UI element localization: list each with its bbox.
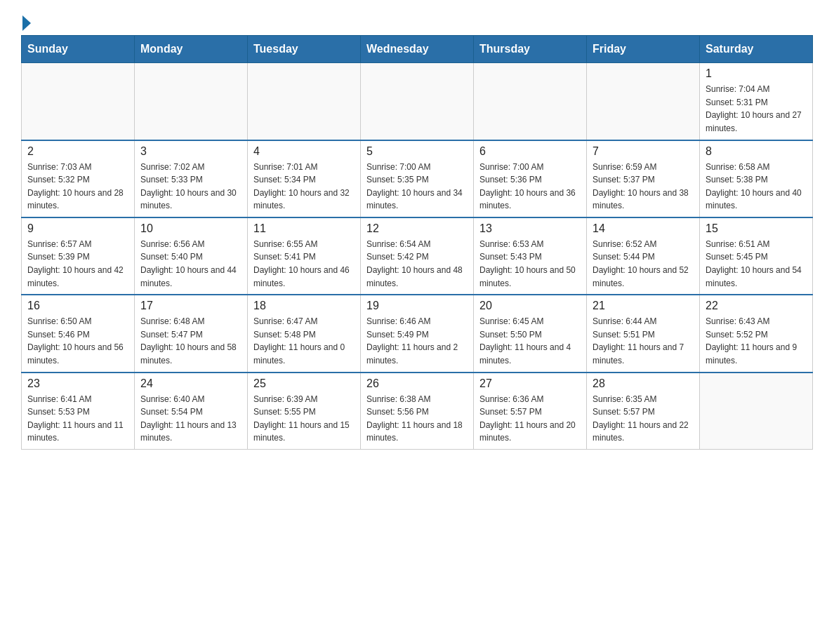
calendar-cell: 5Sunrise: 7:00 AMSunset: 5:35 PMDaylight… bbox=[361, 140, 474, 217]
day-info: Sunrise: 6:35 AMSunset: 5:57 PMDaylight:… bbox=[593, 393, 694, 445]
calendar-cell bbox=[361, 63, 474, 140]
page-header bbox=[21, 14, 813, 28]
day-info: Sunrise: 6:54 AMSunset: 5:42 PMDaylight:… bbox=[366, 238, 468, 290]
weekday-header-thursday: Thursday bbox=[474, 36, 587, 63]
day-number: 16 bbox=[27, 300, 128, 312]
day-number: 18 bbox=[253, 300, 355, 312]
calendar-cell: 19Sunrise: 6:46 AMSunset: 5:49 PMDayligh… bbox=[361, 295, 474, 372]
day-number: 6 bbox=[479, 145, 581, 158]
day-number: 7 bbox=[593, 145, 694, 158]
calendar-cell bbox=[587, 63, 700, 140]
calendar-cell: 7Sunrise: 6:59 AMSunset: 5:37 PMDaylight… bbox=[587, 140, 700, 217]
day-info: Sunrise: 7:01 AMSunset: 5:34 PMDaylight:… bbox=[253, 161, 355, 213]
day-number: 22 bbox=[706, 300, 807, 312]
weekday-header-wednesday: Wednesday bbox=[361, 36, 474, 63]
day-info: Sunrise: 6:48 AMSunset: 5:47 PMDaylight:… bbox=[140, 315, 241, 367]
logo-arrow-icon bbox=[22, 15, 31, 31]
calendar-cell: 28Sunrise: 6:35 AMSunset: 5:57 PMDayligh… bbox=[587, 373, 700, 450]
calendar-table: SundayMondayTuesdayWednesdayThursdayFrid… bbox=[21, 35, 813, 450]
calendar-cell: 3Sunrise: 7:02 AMSunset: 5:33 PMDaylight… bbox=[135, 140, 248, 217]
calendar-header-row: SundayMondayTuesdayWednesdayThursdayFrid… bbox=[22, 36, 813, 63]
calendar-cell: 20Sunrise: 6:45 AMSunset: 5:50 PMDayligh… bbox=[474, 295, 587, 372]
day-number: 20 bbox=[479, 300, 581, 312]
day-info: Sunrise: 6:57 AMSunset: 5:39 PMDaylight:… bbox=[27, 238, 128, 290]
calendar-cell: 9Sunrise: 6:57 AMSunset: 5:39 PMDaylight… bbox=[22, 217, 135, 295]
calendar-cell: 15Sunrise: 6:51 AMSunset: 5:45 PMDayligh… bbox=[700, 217, 813, 295]
day-number: 12 bbox=[366, 222, 468, 235]
calendar-week-row: 16Sunrise: 6:50 AMSunset: 5:46 PMDayligh… bbox=[22, 295, 813, 372]
weekday-header-sunday: Sunday bbox=[22, 36, 135, 63]
calendar-cell: 26Sunrise: 6:38 AMSunset: 5:56 PMDayligh… bbox=[361, 373, 474, 450]
day-number: 21 bbox=[593, 300, 694, 312]
calendar-cell bbox=[700, 373, 813, 450]
calendar-week-row: 1Sunrise: 7:04 AMSunset: 5:31 PMDaylight… bbox=[22, 63, 813, 140]
calendar-cell: 18Sunrise: 6:47 AMSunset: 5:48 PMDayligh… bbox=[248, 295, 361, 372]
calendar-week-row: 9Sunrise: 6:57 AMSunset: 5:39 PMDaylight… bbox=[22, 217, 813, 295]
day-info: Sunrise: 6:53 AMSunset: 5:43 PMDaylight:… bbox=[479, 238, 581, 290]
day-number: 28 bbox=[593, 377, 694, 390]
day-info: Sunrise: 6:45 AMSunset: 5:50 PMDaylight:… bbox=[479, 315, 581, 367]
day-info: Sunrise: 6:41 AMSunset: 5:53 PMDaylight:… bbox=[27, 393, 128, 445]
day-info: Sunrise: 6:40 AMSunset: 5:54 PMDaylight:… bbox=[140, 393, 241, 445]
day-number: 13 bbox=[479, 222, 581, 235]
day-number: 9 bbox=[27, 222, 128, 235]
day-number: 2 bbox=[27, 145, 128, 158]
day-number: 4 bbox=[253, 145, 355, 158]
calendar-cell: 25Sunrise: 6:39 AMSunset: 5:55 PMDayligh… bbox=[248, 373, 361, 450]
day-number: 24 bbox=[140, 377, 241, 390]
calendar-cell: 1Sunrise: 7:04 AMSunset: 5:31 PMDaylight… bbox=[700, 63, 813, 140]
calendar-cell: 12Sunrise: 6:54 AMSunset: 5:42 PMDayligh… bbox=[361, 217, 474, 295]
calendar-cell: 2Sunrise: 7:03 AMSunset: 5:32 PMDaylight… bbox=[22, 140, 135, 217]
day-info: Sunrise: 6:43 AMSunset: 5:52 PMDaylight:… bbox=[706, 315, 807, 367]
calendar-cell: 11Sunrise: 6:55 AMSunset: 5:41 PMDayligh… bbox=[248, 217, 361, 295]
day-number: 27 bbox=[479, 377, 581, 390]
day-info: Sunrise: 6:59 AMSunset: 5:37 PMDaylight:… bbox=[593, 161, 694, 213]
day-number: 25 bbox=[253, 377, 355, 390]
day-info: Sunrise: 6:36 AMSunset: 5:57 PMDaylight:… bbox=[479, 393, 581, 445]
calendar-cell: 10Sunrise: 6:56 AMSunset: 5:40 PMDayligh… bbox=[135, 217, 248, 295]
calendar-cell: 8Sunrise: 6:58 AMSunset: 5:38 PMDaylight… bbox=[700, 140, 813, 217]
day-info: Sunrise: 7:04 AMSunset: 5:31 PMDaylight:… bbox=[706, 83, 807, 135]
weekday-header-monday: Monday bbox=[135, 36, 248, 63]
day-number: 26 bbox=[366, 377, 468, 390]
day-number: 17 bbox=[140, 300, 241, 312]
day-info: Sunrise: 6:50 AMSunset: 5:46 PMDaylight:… bbox=[27, 315, 128, 367]
calendar-cell: 27Sunrise: 6:36 AMSunset: 5:57 PMDayligh… bbox=[474, 373, 587, 450]
day-info: Sunrise: 6:44 AMSunset: 5:51 PMDaylight:… bbox=[593, 315, 694, 367]
calendar-cell bbox=[248, 63, 361, 140]
day-info: Sunrise: 7:02 AMSunset: 5:33 PMDaylight:… bbox=[140, 161, 241, 213]
day-number: 10 bbox=[140, 222, 241, 235]
calendar-cell: 23Sunrise: 6:41 AMSunset: 5:53 PMDayligh… bbox=[22, 373, 135, 450]
calendar-cell bbox=[22, 63, 135, 140]
calendar-cell bbox=[474, 63, 587, 140]
weekday-header-saturday: Saturday bbox=[700, 36, 813, 63]
day-info: Sunrise: 6:38 AMSunset: 5:56 PMDaylight:… bbox=[366, 393, 468, 445]
day-info: Sunrise: 6:55 AMSunset: 5:41 PMDaylight:… bbox=[253, 238, 355, 290]
day-info: Sunrise: 6:47 AMSunset: 5:48 PMDaylight:… bbox=[253, 315, 355, 367]
calendar-cell: 21Sunrise: 6:44 AMSunset: 5:51 PMDayligh… bbox=[587, 295, 700, 372]
day-info: Sunrise: 6:56 AMSunset: 5:40 PMDaylight:… bbox=[140, 238, 241, 290]
day-number: 14 bbox=[593, 222, 694, 235]
calendar-cell: 4Sunrise: 7:01 AMSunset: 5:34 PMDaylight… bbox=[248, 140, 361, 217]
day-number: 19 bbox=[366, 300, 468, 312]
day-number: 1 bbox=[706, 67, 807, 80]
day-number: 11 bbox=[253, 222, 355, 235]
calendar-cell: 6Sunrise: 7:00 AMSunset: 5:36 PMDaylight… bbox=[474, 140, 587, 217]
day-number: 5 bbox=[366, 145, 468, 158]
calendar-cell: 14Sunrise: 6:52 AMSunset: 5:44 PMDayligh… bbox=[587, 217, 700, 295]
calendar-cell: 24Sunrise: 6:40 AMSunset: 5:54 PMDayligh… bbox=[135, 373, 248, 450]
day-info: Sunrise: 6:58 AMSunset: 5:38 PMDaylight:… bbox=[706, 161, 807, 213]
calendar-week-row: 2Sunrise: 7:03 AMSunset: 5:32 PMDaylight… bbox=[22, 140, 813, 217]
day-info: Sunrise: 7:00 AMSunset: 5:35 PMDaylight:… bbox=[366, 161, 468, 213]
calendar-cell: 22Sunrise: 6:43 AMSunset: 5:52 PMDayligh… bbox=[700, 295, 813, 372]
day-info: Sunrise: 7:03 AMSunset: 5:32 PMDaylight:… bbox=[27, 161, 128, 213]
day-number: 23 bbox=[27, 377, 128, 390]
day-number: 15 bbox=[706, 222, 807, 235]
logo bbox=[21, 14, 31, 28]
calendar-cell: 16Sunrise: 6:50 AMSunset: 5:46 PMDayligh… bbox=[22, 295, 135, 372]
calendar-week-row: 23Sunrise: 6:41 AMSunset: 5:53 PMDayligh… bbox=[22, 373, 813, 450]
calendar-cell: 13Sunrise: 6:53 AMSunset: 5:43 PMDayligh… bbox=[474, 217, 587, 295]
day-info: Sunrise: 6:51 AMSunset: 5:45 PMDaylight:… bbox=[706, 238, 807, 290]
weekday-header-friday: Friday bbox=[587, 36, 700, 63]
day-number: 8 bbox=[706, 145, 807, 158]
